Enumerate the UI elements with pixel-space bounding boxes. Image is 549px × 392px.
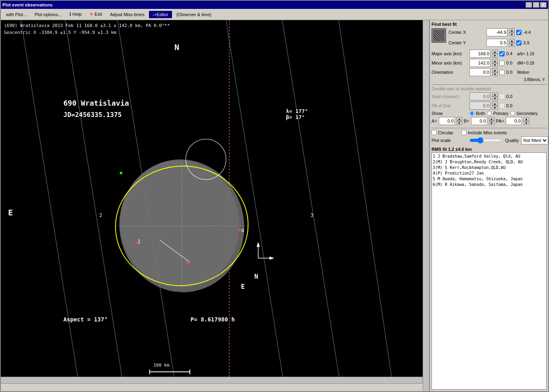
menu-plot-options[interactable]: Plot options... bbox=[31, 11, 65, 18]
pa2nd-input[interactable] bbox=[469, 102, 490, 110]
major-axis-up[interactable]: ▲ bbox=[492, 50, 498, 54]
center-y-checkbox[interactable] bbox=[516, 40, 522, 46]
right-scrollbar[interactable] bbox=[423, 20, 429, 391]
window-title: Plot event observations bbox=[2, 2, 52, 7]
b-input[interactable] bbox=[471, 117, 487, 125]
north-label: N bbox=[174, 42, 179, 52]
center-x-checkbox[interactable] bbox=[516, 30, 522, 35]
abpa-row: A= ▲ ▼ B= ▲ ▼ PA= ▲ ▼ bbox=[432, 117, 547, 125]
center-x-row: Center X ▲ ▼ -4.4 bbox=[448, 28, 531, 36]
maximize-button[interactable]: □ bbox=[533, 2, 539, 8]
svg-rect-15 bbox=[136, 242, 138, 244]
center-x-input[interactable] bbox=[486, 28, 507, 36]
close-button[interactable]: ✕ bbox=[540, 2, 547, 8]
menu-exit[interactable]: ✕ Exit bbox=[86, 10, 105, 18]
pa2nd-checkbox[interactable] bbox=[499, 103, 505, 108]
quality-select[interactable]: Not fitted Poor Fair Good Excellent bbox=[521, 136, 548, 144]
orientation-spin: ▲ ▼ bbox=[492, 68, 498, 76]
double-star-label: Double star or double asteroid bbox=[432, 86, 547, 91]
pa-down[interactable]: ▼ bbox=[524, 121, 529, 125]
center-y-row: Center Y ▲ ▼ 3.9 bbox=[448, 39, 531, 47]
a-down[interactable]: ▼ bbox=[457, 121, 462, 125]
center-x-label: Center X bbox=[448, 30, 485, 35]
major-axis-checkbox[interactable] bbox=[499, 51, 505, 56]
center-y-up[interactable]: ▲ bbox=[509, 39, 515, 43]
pa2nd-row: PA of 2nd ▲ ▼ 0.0 bbox=[432, 102, 547, 110]
center-x-down[interactable]: ▼ bbox=[509, 32, 515, 36]
rms-label: RMS fit 1.2 ±4.0 km bbox=[432, 147, 547, 152]
sepn-check-val: 0.0 bbox=[506, 94, 512, 99]
menu-observer-time[interactable]: {Observer & time} bbox=[173, 11, 215, 18]
center-y-down[interactable]: ▼ bbox=[509, 43, 515, 47]
observer-list: 1 J Bradshaw,Samford Valley, Qld, AU 2(M… bbox=[432, 152, 547, 390]
b-down[interactable]: ▼ bbox=[489, 121, 495, 125]
minor-axis-down[interactable]: ▼ bbox=[492, 63, 498, 67]
observer-item-3: 3(M) S Kerr,Rockhampton,QLD,AU bbox=[433, 165, 545, 171]
plot-header-line1: (690) Wratislavia 2013 Feb 11 168.0 ±3.1… bbox=[4, 23, 170, 29]
aspect-label: Aspect = 137° bbox=[63, 316, 108, 323]
orientation-checkbox[interactable] bbox=[499, 70, 505, 75]
center-x-up[interactable]: ▲ bbox=[509, 28, 515, 32]
svg-marker-24 bbox=[269, 256, 274, 260]
pa2nd-check-val: 0.0 bbox=[506, 103, 512, 108]
observer-item-1: 1 J Bradshaw,Samford Valley, Qld, AU bbox=[433, 154, 545, 159]
jd-label: JD=2456335.1375 bbox=[63, 111, 122, 119]
help-icon: ℹ bbox=[69, 12, 71, 17]
include-miss-checkbox[interactable] bbox=[461, 130, 467, 135]
menu-editor[interactable]: ->Editor bbox=[149, 11, 172, 18]
center-y-label: Center Y bbox=[448, 40, 485, 45]
pa-up[interactable]: ▲ bbox=[524, 117, 529, 121]
show-row: Show Both Primary Secondary bbox=[432, 111, 547, 116]
show-secondary-radio[interactable] bbox=[510, 111, 515, 116]
b-up[interactable]: ▲ bbox=[489, 117, 495, 121]
major-axis-down[interactable]: ▼ bbox=[492, 54, 498, 58]
show-both-radio[interactable] bbox=[469, 111, 474, 116]
plot-area[interactable]: 2 1 4 3 (690) Wratislavia 2013 Feb 11 16… bbox=[1, 20, 429, 391]
main-window: Plot event observations _ □ ✕ with Plot.… bbox=[0, 0, 549, 392]
a-spin: ▲ ▼ bbox=[457, 117, 462, 125]
plot-scale-slider[interactable] bbox=[469, 137, 502, 144]
show-radio-group: Both Primary Secondary bbox=[469, 111, 538, 116]
orientation-row: Orientation ▲ ▼ 0.0 Motion bbox=[432, 68, 547, 76]
scale-label: 100 km bbox=[153, 363, 170, 368]
quality-label: Quality bbox=[505, 138, 519, 143]
svg-line-1 bbox=[65, 20, 125, 391]
minimize-button[interactable]: _ bbox=[526, 2, 532, 8]
sepn-up[interactable]: ▲ bbox=[492, 92, 498, 96]
orientation-input[interactable] bbox=[469, 68, 490, 76]
svg-text:3: 3 bbox=[310, 213, 313, 218]
status-bar bbox=[1, 383, 429, 391]
asteroid-name: 690 Wratislavia bbox=[63, 99, 129, 107]
sepn-checkbox[interactable] bbox=[499, 94, 505, 99]
svg-line-0 bbox=[21, 20, 81, 391]
orientation-down[interactable]: ▼ bbox=[492, 72, 498, 76]
orientation-label: Orientation bbox=[432, 70, 468, 75]
pa2nd-up[interactable]: ▲ bbox=[492, 102, 498, 106]
major-axis-input[interactable] bbox=[469, 50, 490, 58]
menu-bar: with Plot... Plot options... ℹ Help ✕ Ex… bbox=[1, 9, 548, 20]
minor-axis-spin: ▲ ▼ bbox=[492, 59, 498, 67]
pa2nd-down[interactable]: ▼ bbox=[492, 106, 498, 110]
orientation-up[interactable]: ▲ bbox=[492, 68, 498, 72]
menu-help[interactable]: ℹ Help bbox=[66, 10, 85, 18]
a-input[interactable] bbox=[439, 117, 455, 125]
sepn-input[interactable] bbox=[469, 92, 490, 100]
menu-with-plot[interactable]: with Plot... bbox=[2, 11, 30, 18]
sepn-label: Sepn (masec) bbox=[432, 94, 468, 99]
circular-checkbox[interactable] bbox=[432, 130, 437, 135]
show-primary-radio[interactable] bbox=[487, 111, 492, 116]
major-axis-spin: ▲ ▼ bbox=[492, 50, 498, 58]
bottom-scrollbar[interactable] bbox=[1, 377, 423, 383]
minor-axis-up[interactable]: ▲ bbox=[492, 59, 498, 63]
svg-point-10 bbox=[186, 139, 226, 179]
svg-point-8 bbox=[110, 151, 249, 297]
sepn-spin: ▲ ▼ bbox=[492, 92, 498, 100]
a-up[interactable]: ▲ bbox=[457, 117, 462, 121]
minor-axis-checkbox[interactable] bbox=[499, 60, 505, 66]
menu-adjust-miss[interactable]: Adjust Miss times bbox=[107, 11, 149, 18]
minor-axis-input[interactable] bbox=[469, 59, 490, 67]
pa-input[interactable] bbox=[506, 117, 522, 125]
center-y-input[interactable] bbox=[486, 39, 507, 47]
main-content: 2 1 4 3 (690) Wratislavia 2013 Feb 11 16… bbox=[1, 20, 548, 391]
sepn-down[interactable]: ▼ bbox=[492, 96, 498, 100]
